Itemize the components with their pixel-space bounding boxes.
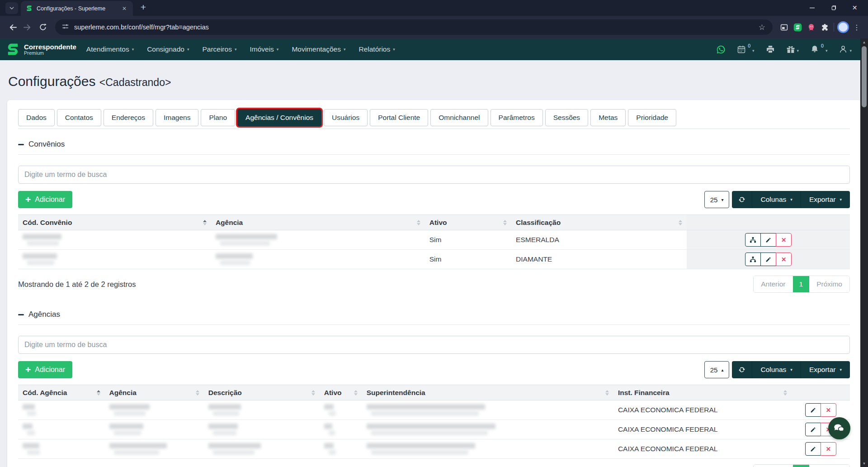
superleme-extension-icon[interactable] (791, 20, 804, 34)
forward-button[interactable] (20, 19, 35, 35)
picture-in-picture-icon[interactable] (777, 20, 791, 34)
convenios-columns-button[interactable]: Colunas▾ (752, 191, 800, 208)
tab-parametros[interactable]: Parâmetros (491, 109, 543, 126)
table-cell: ESMERALDA (511, 230, 687, 250)
tab-plano[interactable]: Plano (201, 109, 235, 126)
col-header-cod-agencia[interactable]: Cód. Agência (18, 385, 105, 400)
chevron-down-icon: ▾ (393, 48, 395, 52)
window-close-button[interactable]: ✕ (844, 0, 865, 15)
tab-omnichannel[interactable]: Omnichannel (430, 109, 488, 126)
site-settings-icon[interactable] (61, 23, 69, 32)
agencias-pagesize-button[interactable]: 25▴ (704, 361, 730, 378)
tab-imagens[interactable]: Imagens (156, 109, 198, 126)
tree-button[interactable] (745, 253, 761, 266)
browser-tab-active[interactable]: Configurações - Superleme ✕ (21, 1, 133, 16)
delete-button[interactable]: ✕ (776, 253, 792, 266)
tab-prioridade[interactable]: Prioridade (628, 109, 676, 126)
window-maximize-button[interactable] (823, 0, 844, 15)
agencias-columns-button[interactable]: Colunas▾ (752, 361, 800, 378)
edit-button[interactable] (760, 253, 776, 266)
scrollbar-thumb[interactable] (862, 46, 867, 107)
nav-menu-atendimentos[interactable]: Atendimentos▾ (86, 45, 134, 53)
delete-button[interactable]: ✕ (776, 233, 792, 247)
pagination-prev-button[interactable]: Anterior (754, 276, 793, 292)
scrollbar[interactable]: ▲ ▼ (860, 38, 868, 467)
chat-fab-button[interactable] (828, 417, 850, 439)
tab-portal-cliente[interactable]: Portal Cliente (370, 109, 428, 126)
tab-metas[interactable]: Metas (590, 109, 626, 126)
app-logo[interactable]: Correspondente Premium (6, 43, 76, 56)
table-cell (105, 400, 204, 420)
agencias-search-input[interactable] (18, 336, 850, 354)
convenios-refresh-button[interactable] (732, 191, 752, 208)
cell-text: Sim (429, 236, 442, 243)
new-tab-button[interactable]: + (137, 1, 149, 13)
col-header-label: Inst. Financeira (618, 389, 670, 396)
col-header-inst-financeira[interactable]: Inst. Financeira (613, 385, 792, 400)
convenios-search-input[interactable] (18, 166, 850, 184)
tab-close-icon[interactable]: ✕ (120, 5, 128, 13)
pagination-page-1-button[interactable]: 1 (793, 276, 810, 292)
col-header-descricao[interactable]: Descrição (204, 385, 320, 400)
gift-button[interactable]: ▾ (786, 45, 799, 54)
nav-menu-parceiros[interactable]: Parceiros▾ (202, 45, 236, 53)
convenios-export-button[interactable]: Exportar▾ (801, 191, 850, 208)
scrollbar-down-arrow[interactable]: ▼ (860, 460, 868, 467)
agencias-add-button[interactable]: +Adicionar (18, 361, 72, 378)
calendar-button[interactable]: 0 ▾ (737, 45, 754, 54)
reload-button[interactable] (35, 19, 51, 35)
agencias-collapse-toggle[interactable]: Agências (18, 310, 850, 319)
actions-cell: ✕ (792, 400, 850, 420)
nav-menu-movimentacoes[interactable]: Movimentações▾ (292, 45, 345, 53)
nav-menu-relatorios[interactable]: Relatórios▾ (359, 45, 395, 53)
superleme-favicon-icon (25, 5, 33, 12)
agencias-refresh-button[interactable] (732, 361, 752, 378)
pagination-next-button[interactable]: Próximo (809, 276, 849, 292)
col-header-superintendencia[interactable]: Superintendência (362, 385, 613, 400)
nav-menu-label: Movimentações (292, 45, 341, 53)
nav-menu-imoveis[interactable]: Imóveis▾ (250, 45, 278, 53)
pagination-next-button[interactable]: Próximo (809, 465, 849, 467)
delete-button[interactable]: ✕ (821, 442, 836, 456)
tab-sessoes[interactable]: Sessões (545, 109, 588, 126)
scrollbar-up-arrow[interactable]: ▲ (860, 38, 868, 46)
tab-usuarios[interactable]: Usuários (324, 109, 368, 126)
tab-search-button[interactable] (5, 2, 18, 14)
pagination-page-1-button[interactable]: 1 (793, 465, 810, 467)
browser-menu-icon[interactable]: ⋮ (850, 20, 863, 34)
profile-avatar[interactable] (836, 20, 850, 34)
print-button[interactable] (766, 45, 775, 54)
nav-menu-consignado[interactable]: Consignado▾ (147, 45, 189, 53)
agencias-table: Cód. AgênciaAgênciaDescriçãoAtivoSuperin… (18, 385, 850, 459)
tab-contatos[interactable]: Contatos (57, 109, 101, 126)
tab-enderecos[interactable]: Endereços (104, 109, 153, 126)
convenios-pagesize-button[interactable]: 25▾ (704, 191, 730, 208)
edit-button[interactable] (760, 233, 776, 247)
tab-dados[interactable]: Dados (18, 109, 55, 126)
bookmark-star-icon[interactable]: ☆ (759, 23, 765, 32)
extension-icon-pink[interactable] (804, 20, 818, 34)
col-header-classificacao[interactable]: Classificação (511, 215, 687, 230)
whatsapp-button[interactable] (716, 45, 726, 54)
delete-button[interactable]: ✕ (821, 403, 836, 417)
convenios-add-button[interactable]: +Adicionar (18, 191, 72, 208)
convenios-collapse-toggle[interactable]: Convênios (18, 140, 850, 149)
agencias-export-button[interactable]: Exportar▾ (801, 361, 850, 378)
window-minimize-button[interactable] (802, 0, 823, 15)
notifications-button[interactable]: 0 ▾ (810, 45, 827, 54)
col-header-ativo[interactable]: Ativo (425, 215, 511, 230)
col-header-agencia[interactable]: Agência (105, 385, 204, 400)
tree-button[interactable] (745, 233, 761, 247)
col-header-cod-convenio[interactable]: Cód. Convênio (18, 215, 211, 230)
edit-button[interactable] (805, 423, 821, 436)
edit-button[interactable] (805, 403, 821, 417)
pagination-prev-button[interactable]: Anterior (754, 465, 793, 467)
url-bar[interactable]: superleme.com.br/conf/self/mgr?tab=agenc… (55, 19, 773, 35)
extensions-puzzle-icon[interactable] (818, 20, 831, 34)
edit-button[interactable] (805, 442, 821, 456)
col-header-agencia[interactable]: Agência (211, 215, 425, 230)
tab-agencias-convenios[interactable]: Agências / Convênios (237, 109, 321, 126)
back-button[interactable] (5, 19, 20, 35)
user-menu-button[interactable]: ▾ (839, 45, 852, 54)
col-header-ativo[interactable]: Ativo (320, 385, 362, 400)
